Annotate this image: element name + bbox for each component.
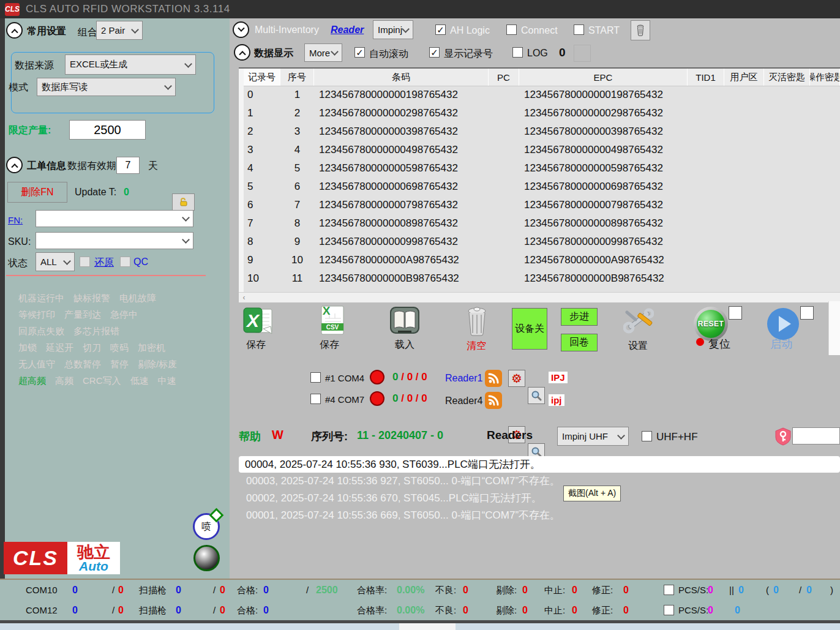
show-record-checkbox[interactable] [429,47,440,58]
right-scroll-strip[interactable] [828,301,840,355]
more-value: More [309,48,330,58]
start-run-checkbox[interactable] [800,306,814,320]
collapse-workorder-button[interactable] [6,157,23,173]
limit-input[interactable] [69,120,146,140]
cls-logo: CLS [4,542,67,574]
connect-checkbox[interactable] [506,24,517,35]
column-header[interactable]: EPC [519,69,688,86]
ah-logic-checkbox[interactable] [435,24,446,35]
table-row[interactable]: 910123456780000000A987654321234567800000… [244,251,840,269]
table-hscrollbar[interactable]: ‹ [239,292,840,302]
fn-link[interactable]: FN: [8,215,23,225]
serial-input[interactable] [792,427,840,444]
combo-value: 2 Pair [101,25,125,36]
reader4-rss-button[interactable] [485,392,502,409]
more-select[interactable]: More [304,43,342,62]
settings-button[interactable] [623,307,654,336]
column-header[interactable]: 序号 [280,69,314,86]
autoscroll-checkbox[interactable] [354,47,365,58]
status-token: / [306,585,309,595]
column-header[interactable]: 条码 [314,69,489,86]
table-row[interactable]: 7812345678000000089876543212345678000000… [244,214,840,233]
lock-button[interactable] [172,193,195,211]
step-button[interactable]: 步进 [561,308,598,326]
restore-checkbox[interactable] [80,257,90,267]
reader-uhf-select[interactable]: Impinj UHF [557,427,629,446]
rewind-button[interactable]: 回卷 [561,334,598,351]
pcs-checkbox[interactable] [664,585,674,595]
mode-select[interactable]: 数据库写读 [37,78,176,96]
log-line[interactable]: 00004, 2025-07-24 10:55:36 930, ST6039..… [239,456,840,473]
scroll-left-arrow-icon[interactable]: ‹ [239,293,249,302]
log-line[interactable]: 00001, 2025-07-24 10:55:36 669, ST6050..… [239,507,840,524]
indicator-sphere-button[interactable] [193,545,220,571]
table-row[interactable]: 5612345678000000069876543212345678000000… [244,178,840,196]
table-row[interactable]: 3412345678000000049876543212345678000000… [244,141,840,159]
reader-link[interactable]: Reader [331,24,364,36]
key-badge[interactable] [775,427,791,448]
table-row[interactable]: 8912345678000000099876543212345678000000… [244,233,840,251]
pcs-checkbox[interactable] [664,605,674,615]
save-csv-label: 保存 [320,339,339,351]
save-csv-button[interactable]: X CSV [317,305,347,337]
data-source-select[interactable]: EXCEL或生成 [65,54,196,75]
data-table[interactable]: 记录号序号条码PCEPCTID1用户区灭活密匙操作密匙 011234567800… [239,67,840,293]
device-toggle-button[interactable]: 设备关 [512,308,547,350]
column-header[interactable]: 灭活密匙 [764,69,810,86]
reader1-config-button[interactable]: ⚙✕ [508,370,525,387]
column-header[interactable]: 用户区 [724,69,764,86]
combo-select[interactable]: 2 Pair [96,21,143,40]
sku-select[interactable] [36,232,193,249]
uhf-hf-checkbox[interactable] [642,431,652,441]
reset-label: 复位 [708,337,730,351]
column-header[interactable]: PC [489,69,519,86]
qc-checkbox[interactable] [120,257,130,267]
status-token: 剔除: [496,605,517,617]
reader4-checkbox[interactable] [310,394,321,404]
reader-type-select[interactable]: Impinj [373,20,413,39]
reader1-search-button[interactable] [528,387,545,404]
collapse-multi-inventory-button[interactable] [233,21,249,38]
start-checkbox[interactable] [574,24,584,35]
validity-input[interactable] [116,157,140,174]
status-token: 合格率: [357,605,387,617]
table-cell: 123456780000000598765432 [519,162,688,174]
reader4-name-label[interactable]: Reader4 [445,396,482,407]
status-token: || [729,585,734,595]
collapse-data-display-button[interactable] [234,44,250,61]
column-header[interactable]: 记录号 [244,69,280,86]
reset-button[interactable]: RESET [694,307,728,341]
reader1-checkbox[interactable] [310,372,321,383]
help-link[interactable]: 帮助 [239,429,261,444]
log-checkbox[interactable] [512,47,523,58]
reader1-name-link[interactable]: Reader1 [445,373,482,384]
status-token: 中止: [544,585,565,596]
table-row[interactable]: 4512345678000000059876543212345678000000… [244,159,840,178]
load-button[interactable] [389,306,420,336]
trash-button[interactable] [631,20,650,40]
table-row[interactable]: 1011123456780000000B98765432123456780000… [244,269,840,288]
reader4-count-3: 0 [421,392,427,404]
save-excel-button[interactable]: X [242,306,275,337]
delete-fn-button[interactable]: 删除FN [7,182,67,203]
collapse-common-settings-button[interactable] [6,22,23,39]
status-token: 0 [463,585,468,596]
reset-checkbox[interactable] [729,306,742,320]
table-cell: 123456780000000498765432 [519,144,688,156]
fn-select[interactable] [36,210,193,227]
log-line[interactable]: 00003, 2025-07-24 10:55:36 927, ST6050..… [239,473,840,490]
table-row[interactable]: 0112345678000000019876543212345678000000… [244,86,840,104]
reader1-rss-button[interactable] [485,370,502,387]
status-select[interactable]: ALL [36,252,75,271]
table-row[interactable]: 6712345678000000079876543212345678000000… [244,196,840,214]
table-cell: 3 [280,126,314,138]
table-row[interactable]: 2312345678000000039876543212345678000000… [244,122,840,141]
column-header[interactable]: TID1 [688,69,724,86]
column-header[interactable]: 操作密匙 [810,69,840,86]
log-line[interactable]: 00002, 2025-07-24 10:55:36 670, ST6045..… [239,490,840,507]
status-token: 0 [263,605,269,616]
log-list[interactable]: 00004, 2025-07-24 10:55:36 930, ST6039..… [239,456,840,572]
table-row[interactable]: 1212345678000000029876543212345678000000… [244,104,840,122]
clear-button[interactable] [464,306,490,337]
start-run-button[interactable] [767,308,799,340]
